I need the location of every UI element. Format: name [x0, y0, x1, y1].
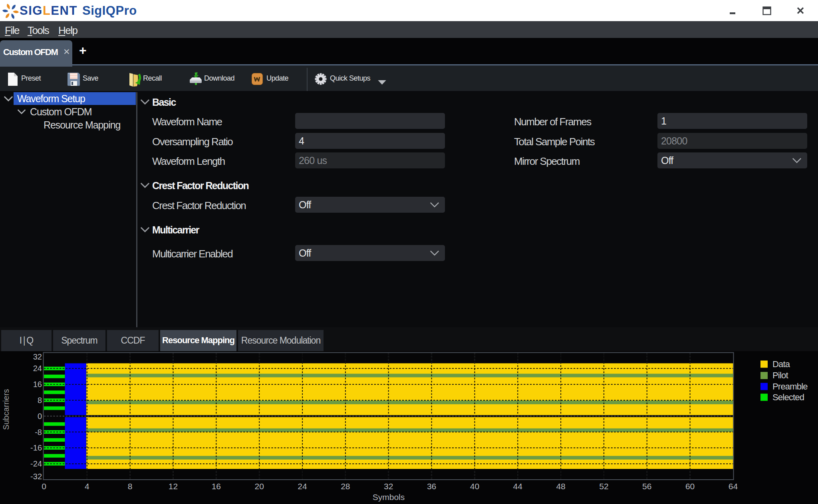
svg-text:-24: -24: [30, 459, 42, 468]
svg-text:Data: Data: [772, 359, 790, 369]
svg-text:0: 0: [42, 482, 46, 491]
svg-text:4: 4: [85, 482, 89, 491]
svg-text:28: 28: [341, 482, 350, 491]
svg-text:16: 16: [33, 380, 42, 389]
svg-text:16: 16: [212, 482, 221, 491]
svg-text:44: 44: [513, 482, 523, 491]
svg-text:56: 56: [642, 482, 651, 491]
svg-text:64: 64: [729, 482, 738, 491]
svg-text:8: 8: [38, 396, 42, 405]
svg-text:24: 24: [298, 482, 307, 491]
svg-text:48: 48: [556, 482, 565, 491]
svg-text:20: 20: [255, 482, 264, 491]
svg-text:Preamble: Preamble: [772, 381, 808, 391]
svg-text:Subcarriers: Subcarriers: [2, 389, 10, 430]
svg-text:12: 12: [169, 482, 178, 491]
svg-text:52: 52: [599, 482, 608, 491]
svg-text:-8: -8: [35, 428, 42, 437]
svg-text:Selected: Selected: [772, 392, 804, 402]
svg-text:Symbols: Symbols: [373, 492, 405, 502]
svg-text:40: 40: [470, 482, 479, 491]
svg-text:32: 32: [33, 352, 42, 361]
svg-text:60: 60: [685, 482, 695, 491]
svg-text:-32: -32: [30, 472, 42, 481]
svg-text:36: 36: [427, 482, 436, 491]
svg-text:0: 0: [38, 412, 42, 421]
svg-text:-16: -16: [30, 443, 42, 452]
svg-text:32: 32: [384, 482, 393, 491]
svg-text:8: 8: [128, 482, 133, 491]
svg-text:Pilot: Pilot: [772, 370, 788, 380]
svg-text:24: 24: [33, 364, 42, 373]
